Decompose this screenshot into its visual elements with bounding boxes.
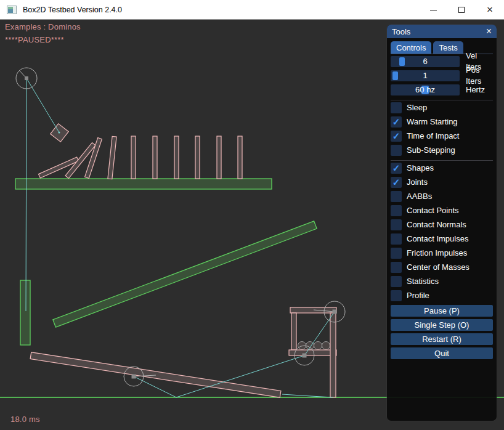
long-ramp: [53, 221, 317, 327]
minimize-button[interactable]: [419, 0, 447, 20]
checkbox-row-friction-impulses[interactable]: ✓ Friction Impulses: [391, 248, 493, 259]
application-window: Examples : Dominos ****PAUSED**** 18.0 m…: [0, 0, 504, 430]
checkbox-row-statistics[interactable]: ✓ Statistics: [391, 276, 493, 287]
vertical-paddle: [20, 280, 30, 345]
checkbox-label: Center of Masses: [407, 262, 469, 273]
upright-domino: [238, 136, 242, 179]
checkbox[interactable]: ✓: [391, 102, 402, 113]
pause-button[interactable]: Pause (P): [391, 305, 493, 317]
checkbox-label: Shapes: [407, 163, 434, 174]
checkbox-label: Sub-Stepping: [407, 145, 455, 156]
restart-button[interactable]: Restart (R): [391, 333, 493, 345]
checkbox-row-contact-points[interactable]: ✓ Contact Points: [391, 205, 493, 216]
checkbox-label: Contact Points: [407, 205, 459, 216]
pos-iters-slider[interactable]: 1: [391, 70, 460, 81]
check-icon: ✓: [392, 116, 400, 128]
stand-ball: [314, 342, 322, 350]
checkbox-label: Warm Starting: [407, 116, 458, 128]
checkbox-row-aabbs[interactable]: ✓ AABBs: [391, 191, 493, 202]
seesaw-plank: [30, 352, 281, 398]
checkbox-label: Contact Normals: [407, 219, 466, 230]
maximize-button[interactable]: [447, 0, 476, 20]
tab-controls[interactable]: Controls: [391, 41, 431, 54]
checkbox-label: Sleep: [407, 102, 427, 113]
stand-right-post: [330, 313, 336, 397]
checkbox-label: AABBs: [407, 191, 432, 202]
checkbox[interactable]: ✓: [391, 276, 402, 287]
panel-close-icon[interactable]: ×: [486, 27, 492, 36]
stand-left-post: [291, 313, 296, 350]
checkbox[interactable]: ✓: [391, 233, 402, 245]
checkbox-row-sub-stepping[interactable]: ✓ Sub-Stepping: [391, 145, 493, 156]
domino-platform: [15, 179, 272, 189]
checkbox-row-profile[interactable]: ✓ Profile: [391, 290, 493, 301]
checkbox[interactable]: ✓: [391, 262, 402, 273]
checkbox[interactable]: ✓: [391, 219, 402, 230]
checkbox-row-center-of-masses[interactable]: ✓ Center of Masses: [391, 262, 493, 273]
checkbox[interactable]: ✓: [391, 145, 402, 156]
tilting-domino: [108, 136, 116, 179]
checkbox[interactable]: ✓: [391, 177, 402, 188]
checkbox[interactable]: ✓: [391, 163, 402, 174]
checkbox[interactable]: ✓: [391, 131, 402, 142]
static-green-bodies: [15, 179, 317, 345]
title-bar: Box2D Testbed Version 2.4.0 ×: [0, 0, 504, 20]
separator: [391, 160, 493, 161]
close-icon: ×: [487, 7, 493, 13]
tools-panel: Tools × Controls Tests 6 Vel Iters 1: [387, 25, 497, 421]
checkbox-row-contact-normals[interactable]: ✓ Contact Normals: [391, 219, 493, 230]
frame-time: 18.0 ms: [10, 415, 40, 424]
example-title: Examples : Dominos: [5, 22, 81, 31]
window-title: Box2D Testbed Version 2.4.0: [23, 6, 122, 14]
hertz-slider[interactable]: 60 hz: [391, 84, 460, 95]
checkbox-label: Friction Impulses: [407, 248, 467, 259]
single-step-button[interactable]: Single Step (O): [391, 319, 493, 331]
stand-ball: [306, 342, 314, 350]
checkbox-row-contact-impulses[interactable]: ✓ Contact Impulses: [391, 233, 493, 245]
upright-domino: [174, 136, 179, 179]
check-icon: ✓: [392, 163, 400, 174]
separator: [391, 100, 493, 100]
paused-status: ****PAUSED****: [5, 35, 64, 44]
checkbox-row-joints[interactable]: ✓ Joints: [391, 177, 493, 188]
tab-tests[interactable]: Tests: [433, 41, 463, 54]
minimize-icon: [430, 10, 437, 10]
app-icon: [7, 6, 17, 14]
tools-panel-title: Tools: [392, 27, 410, 36]
checkbox[interactable]: ✓: [391, 290, 402, 301]
checkbox-row-sleep[interactable]: ✓ Sleep: [391, 102, 493, 113]
hertz-label: Hertz: [466, 84, 485, 95]
checkbox[interactable]: ✓: [391, 248, 402, 259]
checkbox-row-time-of-impact[interactable]: ✓ Time of Impact: [391, 131, 493, 142]
hertz-value: 60 hz: [391, 84, 460, 95]
checkbox-label: Profile: [407, 290, 429, 301]
close-button[interactable]: ×: [476, 0, 504, 20]
upright-domino: [195, 136, 200, 179]
quit-button[interactable]: Quit: [391, 347, 493, 359]
check-icon: ✓: [392, 131, 400, 142]
checkbox[interactable]: ✓: [391, 191, 402, 202]
pos-iters-label: Pos Iters: [466, 65, 493, 87]
upright-domino: [217, 136, 221, 179]
checkbox-label: Time of Impact: [407, 131, 459, 142]
stand-top-bar: [290, 307, 336, 313]
vel-iters-slider[interactable]: 6: [391, 56, 460, 67]
checkbox-row-shapes[interactable]: ✓ Shapes: [391, 163, 493, 174]
checkbox-label: Statistics: [407, 276, 439, 287]
tools-panel-header[interactable]: Tools ×: [387, 25, 497, 38]
check-icon: ✓: [392, 177, 400, 188]
upright-domino: [153, 136, 157, 179]
upright-domino: [131, 136, 136, 179]
checkbox-label: Joints: [407, 177, 428, 188]
vel-iters-value: 6: [391, 56, 460, 67]
dynamic-bodies[interactable]: [30, 124, 336, 398]
maximize-icon: [458, 7, 465, 13]
stand-ball: [322, 342, 330, 350]
checkbox-label: Contact Impulses: [407, 233, 468, 245]
checkbox[interactable]: ✓: [391, 205, 402, 216]
pos-iters-value: 1: [391, 70, 460, 81]
checkbox-row-warm-starting[interactable]: ✓ Warm Starting: [391, 116, 493, 128]
checkbox[interactable]: ✓: [391, 116, 402, 128]
